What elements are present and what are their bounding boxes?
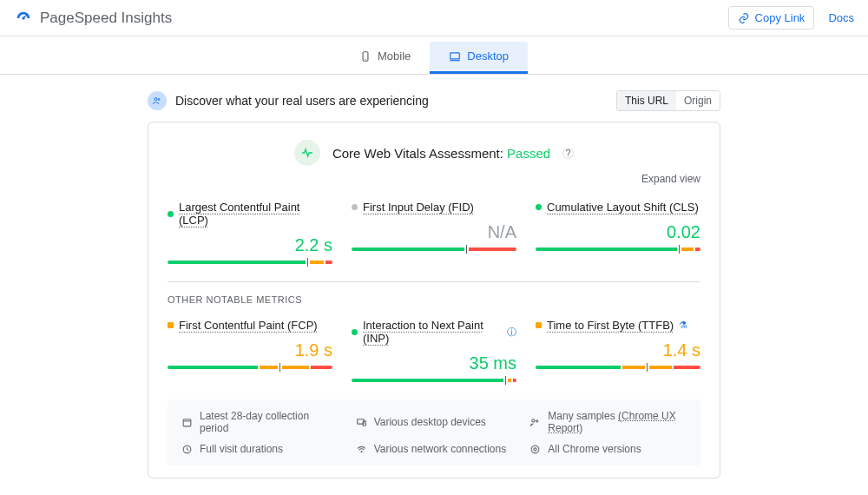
desktop-icon — [449, 50, 461, 63]
metric-lcp-link[interactable]: Largest Contentful Paint (LCP) — [179, 201, 332, 227]
other-metrics-label: OTHER NOTABLE METRICS — [168, 294, 700, 305]
tab-mobile[interactable]: Mobile — [340, 42, 430, 74]
info-samples: Many samples (Chrome UX Report) — [529, 410, 687, 434]
collection-info: Latest 28-day collection period Various … — [168, 399, 700, 465]
calendar-icon — [181, 417, 193, 428]
expand-view-link[interactable]: Expand view — [168, 173, 700, 185]
metric-inp-bar — [352, 379, 516, 382]
vitals-icon — [294, 140, 320, 166]
help-icon[interactable]: ? — [562, 148, 574, 159]
metric-ttfb-value: 1.4 s — [536, 340, 700, 360]
primary-metrics: Largest Contentful Paint (LCP) 2.2 s Fir… — [168, 201, 700, 264]
scope-toggle: This URL Origin — [616, 90, 720, 111]
wifi-icon — [356, 444, 367, 455]
metric-ttfb: Time to First Byte (TTFB) ⚗ 1.4 s — [536, 319, 700, 382]
svg-point-15 — [531, 446, 539, 453]
metric-cls-bar — [536, 248, 700, 251]
metric-fid-link[interactable]: First Input Delay (FID) — [363, 201, 474, 214]
metric-fid-bar — [352, 248, 516, 251]
svg-point-12 — [536, 419, 538, 421]
info-network: Various network connections — [356, 443, 513, 455]
tab-desktop[interactable]: Desktop — [430, 42, 528, 74]
svg-rect-3 — [450, 52, 460, 58]
metric-lcp: Largest Contentful Paint (LCP) 2.2 s — [168, 201, 332, 264]
info-devices: Various desktop devices — [356, 410, 513, 434]
clock-icon — [181, 444, 193, 455]
experimental-icon[interactable]: ⚗ — [679, 320, 687, 331]
link-icon — [738, 12, 750, 24]
devices-icon — [356, 417, 367, 428]
svg-point-5 — [155, 98, 157, 101]
svg-point-16 — [534, 447, 536, 450]
info-chrome: All Chrome versions — [529, 443, 687, 455]
status-dot-needs — [168, 322, 174, 328]
metric-lcp-value: 2.2 s — [168, 235, 332, 255]
svg-point-6 — [158, 99, 160, 101]
metric-fcp: First Contentful Paint (FCP) 1.9 s — [168, 319, 332, 382]
assessment-row: Core Web Vitals Assessment: Passed ? — [168, 140, 700, 166]
copy-link-button[interactable]: Copy Link — [728, 6, 815, 30]
metric-inp-link[interactable]: Interaction to Next Paint (INP) — [363, 319, 502, 345]
pagespeed-logo-icon — [14, 9, 33, 28]
field-heading: Discover what your real users are experi… — [175, 94, 429, 108]
brand: PageSpeed Insights — [14, 9, 172, 28]
people-icon — [529, 417, 541, 428]
metric-ttfb-link[interactable]: Time to First Byte (TTFB) — [547, 319, 674, 332]
assessment-status: Passed — [507, 146, 550, 161]
metric-cls-value: 0.02 — [536, 222, 700, 242]
docs-link[interactable]: Docs — [828, 11, 854, 24]
top-actions: Copy Link Docs — [728, 6, 854, 30]
brand-title: PageSpeed Insights — [40, 10, 172, 27]
svg-rect-7 — [183, 419, 191, 426]
metric-fid: First Input Delay (FID) N/A — [352, 201, 516, 264]
other-metrics: First Contentful Paint (FCP) 1.9 s Inter… — [168, 319, 700, 382]
metric-lcp-bar — [168, 261, 332, 264]
status-dot-good — [168, 211, 174, 217]
metric-inp-value: 35 ms — [352, 353, 516, 373]
metric-fcp-link[interactable]: First Contentful Paint (FCP) — [179, 319, 318, 332]
svg-point-14 — [361, 451, 362, 452]
metric-fid-value: N/A — [352, 222, 516, 242]
status-dot-na — [352, 204, 358, 210]
mobile-icon — [359, 50, 372, 63]
metric-fcp-bar — [168, 366, 332, 369]
info-durations: Full visit durations — [181, 443, 339, 455]
pill-origin[interactable]: Origin — [676, 91, 720, 110]
info-icon[interactable]: ⓘ — [507, 326, 516, 339]
device-tabs: Mobile Desktop — [0, 36, 868, 75]
status-dot-needs — [536, 322, 542, 328]
assessment-label-text: Core Web Vitals Assessment: Passed — [332, 146, 550, 161]
pill-this-url[interactable]: This URL — [617, 91, 676, 110]
metric-inp: Interaction to Next Paint (INP) ⓘ 35 ms — [352, 319, 516, 382]
users-section-icon — [148, 91, 167, 110]
metric-ttfb-bar — [536, 366, 700, 369]
info-period: Latest 28-day collection period — [181, 410, 339, 434]
metric-cls-link[interactable]: Cumulative Layout Shift (CLS) — [547, 201, 699, 214]
metric-cls: Cumulative Layout Shift (CLS) 0.02 — [536, 201, 700, 264]
status-dot-good — [352, 329, 358, 335]
chrome-icon — [529, 444, 541, 455]
field-card: Core Web Vitals Assessment: Passed ? Exp… — [148, 122, 720, 478]
field-section-header: Discover what your real users are experi… — [148, 90, 720, 111]
svg-point-11 — [532, 419, 535, 421]
metric-fcp-value: 1.9 s — [168, 340, 332, 360]
status-dot-good — [536, 204, 542, 210]
top-bar: PageSpeed Insights Copy Link Docs — [0, 0, 868, 36]
